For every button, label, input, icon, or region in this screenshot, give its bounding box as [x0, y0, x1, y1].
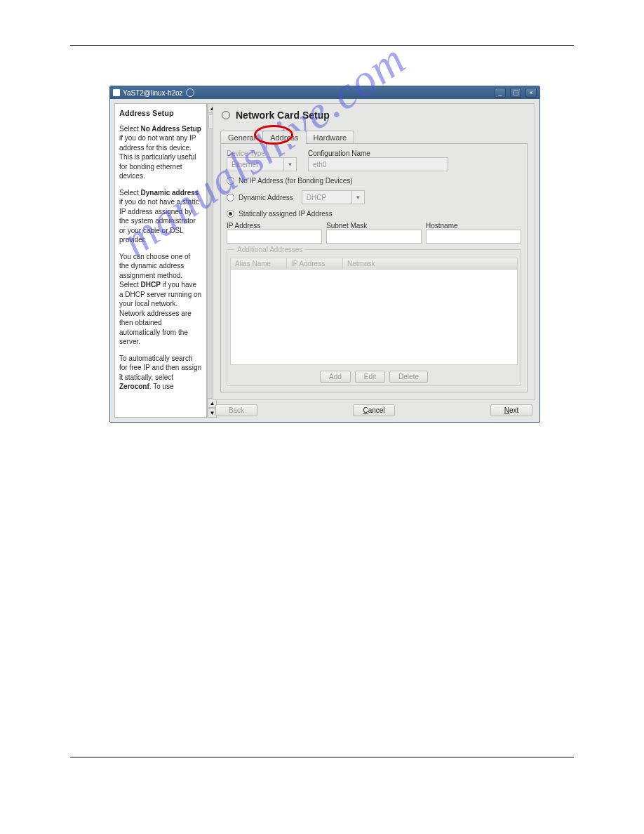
dynamic-method-select: DHCP ▼ — [302, 190, 365, 204]
cancel-button[interactable]: Cancel — [353, 404, 395, 416]
hostname-field[interactable] — [426, 230, 521, 244]
device-type-select: Ethernet ▼ — [227, 157, 297, 171]
address-tab-body: Device Type Ethernet ▼ Configuration Nam… — [220, 143, 528, 392]
minimize-button[interactable]: _ — [495, 88, 506, 98]
chevron-down-icon: ▼ — [351, 191, 364, 204]
col-netmask: Netmask — [343, 258, 517, 269]
subnet-label: Subnet Mask — [326, 222, 422, 230]
back-button: Back — [215, 404, 257, 416]
yast-swirl-icon — [186, 88, 194, 97]
radio-static-label: Statically assigned IP Address — [239, 210, 333, 218]
main-panel: Network Card Setup General Address Hardw… — [213, 103, 535, 400]
device-type-label: Device Type — [227, 150, 297, 157]
yast-dialog: YaST2@linux-h2oz _ ▢ × Address Setup Sel… — [109, 86, 540, 423]
help-text: Address Setup Select No Address Setup if… — [114, 103, 207, 418]
config-name-field: eth0 — [308, 157, 448, 171]
ip-label: IP Address — [227, 222, 322, 230]
edit-button: Edit — [355, 371, 385, 383]
addresses-table: Alias Name IP Address Netmask — [230, 258, 518, 365]
network-card-icon — [220, 110, 232, 121]
close-button[interactable]: × — [525, 88, 537, 98]
radio-dynamic-label: Dynamic Address — [239, 194, 293, 201]
radio-dynamic[interactable] — [227, 194, 234, 201]
additional-addresses-group: Additional Addresses Alias Name IP Addre… — [227, 249, 521, 386]
wizard-buttons: Back Cancel Next — [213, 400, 535, 418]
radio-no-ip-label: No IP Address (for Bonding Devices) — [239, 177, 353, 185]
help-sidebar: Address Setup Select No Address Setup if… — [110, 99, 207, 422]
panel-title: Network Card Setup — [220, 110, 528, 121]
tab-bar: General Address Hardware — [220, 131, 528, 144]
app-icon — [113, 89, 120, 96]
col-alias: Alias Name — [231, 258, 287, 269]
col-ip: IP Address — [287, 258, 343, 269]
subnet-field[interactable] — [326, 230, 422, 244]
help-heading: Address Setup — [119, 108, 202, 119]
radio-no-ip[interactable] — [227, 177, 234, 185]
tab-general[interactable]: General — [220, 131, 263, 144]
ip-field[interactable] — [227, 230, 322, 244]
titlebar[interactable]: YaST2@linux-h2oz _ ▢ × — [110, 86, 539, 99]
window-title: YaST2@linux-h2oz — [123, 89, 183, 97]
radio-static[interactable] — [227, 210, 234, 218]
tab-address[interactable]: Address — [262, 131, 306, 144]
chevron-down-icon: ▼ — [283, 158, 296, 171]
config-name-label: Configuration Name — [308, 150, 448, 157]
maximize-button[interactable]: ▢ — [510, 88, 521, 98]
tab-hardware[interactable]: Hardware — [306, 131, 355, 144]
add-button: Add — [320, 371, 351, 383]
delete-button: Delete — [389, 371, 428, 383]
additional-addresses-title: Additional Addresses — [234, 246, 305, 253]
hostname-label: Hostname — [426, 222, 521, 230]
next-button[interactable]: Next — [490, 404, 532, 416]
